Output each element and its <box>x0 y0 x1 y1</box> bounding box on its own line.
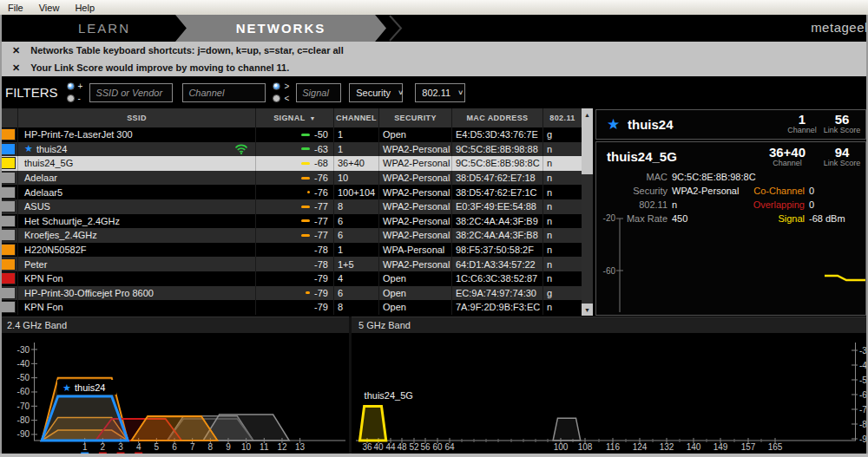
channel-filter-input[interactable] <box>182 83 266 102</box>
channel-label: Channel <box>763 159 812 167</box>
column-security[interactable]: SECURITY <box>379 108 452 127</box>
mac-cell: E4:D5:3D:43:76:7E <box>452 127 543 142</box>
column-signal[interactable]: SIGNAL▼ <box>256 108 334 127</box>
link-score-value: 56 <box>820 114 864 126</box>
scroll-up-button[interactable]: ▲ <box>582 108 593 121</box>
standard-cell: n <box>543 271 582 286</box>
signal-cell: -76 <box>256 185 334 199</box>
table-row[interactable]: ★thuis24-631WPA2-Personal9C:5C:8E:8B:98:… <box>0 142 582 157</box>
y-tick-label: -80 <box>17 415 30 425</box>
link-score-label: Link Score <box>820 159 864 167</box>
scroll-down-button[interactable]: ▼ <box>582 304 593 316</box>
channel-label: 165 <box>768 442 783 452</box>
signal-value: -79 <box>314 273 328 284</box>
y-tick-label: -90 <box>17 429 30 439</box>
standard-cell: n <box>543 257 582 271</box>
close-icon[interactable]: ✕ <box>12 62 20 74</box>
table-header: SSID SIGNAL▼ CHANNEL SECURITY MAC ADDRES… <box>0 108 582 127</box>
signal-cell: -79 <box>256 271 334 286</box>
table-row[interactable]: thuis24_5G-6836+40WPA2-Personal9C:5C:8E:… <box>0 156 582 171</box>
metageek-logo: metageek <box>811 20 868 35</box>
ssid-label: Het Schuurtje_2.4GHz <box>24 216 120 226</box>
channel-value: 1 <box>784 114 820 126</box>
channel-cell: 1 <box>334 243 379 258</box>
gt-lt-radios: > < <box>273 82 289 103</box>
ssid-cell: Adelaar5 <box>18 185 256 199</box>
selected-network-name: thuis24_5G <box>607 149 677 164</box>
table-row[interactable]: Kroefjes_2.4GHz-776WPA2-Personal38:2C:4A… <box>0 228 582 243</box>
channel-label: 64 <box>444 442 455 452</box>
menu-item-help[interactable]: Help <box>67 3 102 13</box>
table-row[interactable]: Adelaar5-76100+104WPA2-Personal38:D5:47:… <box>0 185 582 199</box>
networks-table: HP-Print-7e-LaserJet 300-501OpenE4:D5:3D… <box>0 127 582 315</box>
table-row[interactable]: HP-Print-7e-LaserJet 300-501OpenE4:D5:3D… <box>0 127 582 142</box>
network-color-swatch <box>0 257 18 271</box>
signal-trend-dash <box>301 219 310 222</box>
table-row[interactable]: Adelaar-7610WPA2-Personal38:D5:47:62:E7:… <box>0 171 582 186</box>
radio-include[interactable] <box>67 82 75 90</box>
network-curve <box>360 407 386 441</box>
channel-label: 100 <box>554 442 569 452</box>
column-80211[interactable]: 802.11 <box>543 108 582 127</box>
table-row[interactable]: Peter-781+5WPA2-Personal64:D1:A3:34:57:2… <box>0 257 582 271</box>
link-score-label: Link Score <box>820 126 864 134</box>
signal-cell: -79 <box>256 286 334 301</box>
table-row[interactable]: KPN Fon-798Open7A:9F:2D:9B:F3:ECn <box>0 300 582 315</box>
table-row[interactable]: KPN Fon-794Open1C:C6:3C:38:52:87n <box>0 271 582 286</box>
network-color-swatch <box>0 214 18 229</box>
channel-label: 8 <box>208 442 214 452</box>
network-label: thuis24 <box>75 382 105 393</box>
radio-less-than[interactable] <box>273 95 280 102</box>
standard-filter-select[interactable]: 802.11 ∨ <box>415 83 465 102</box>
channel-cell: 10 <box>334 171 379 186</box>
tab-networks[interactable]: NETWORKS <box>175 15 386 42</box>
menu-item-view[interactable]: View <box>31 3 68 13</box>
scrollbar-thumb[interactable] <box>582 121 593 174</box>
channel-cell: 36+40 <box>334 156 379 171</box>
mac-cell: 64:D1:A3:34:57:22 <box>452 257 543 271</box>
y-tick-label: -30 <box>17 345 30 355</box>
channel-label: 6 <box>172 442 177 452</box>
starred-linkscore-stat: 56 Link Score <box>820 114 864 134</box>
ssid-filter-input[interactable] <box>89 83 173 102</box>
mac-cell: 9C:5C:8E:8B:98:8C <box>452 156 543 171</box>
menu-bar: File View Help <box>0 0 868 15</box>
standard-cell: n <box>543 243 582 258</box>
signal-trend-dash <box>301 147 310 150</box>
radio-greater-than[interactable] <box>273 82 280 90</box>
ssid-cell: HP-Print-30-Officejet Pro 8600 <box>18 286 256 301</box>
ssid-label: Adelaar <box>24 173 57 183</box>
column-label: CHANNEL <box>336 114 377 122</box>
signal-cell: -63 <box>256 142 334 157</box>
radio-exclude[interactable] <box>67 95 75 102</box>
radio-lt-label: < <box>284 94 289 103</box>
network-color-swatch <box>0 199 18 214</box>
close-icon[interactable]: ✕ <box>12 45 20 56</box>
standard-cell: n <box>543 300 582 315</box>
mac-cell: E0:3F:49:EE:54:88 <box>452 199 543 214</box>
security-filter-select[interactable]: Security ∨ <box>349 83 403 102</box>
menu-item-file[interactable]: File <box>0 3 31 13</box>
ssid-label: KPN Fon <box>24 302 63 312</box>
channel-cell: 6 <box>334 228 379 243</box>
channel-label: 10 <box>241 442 252 452</box>
network-color-swatch <box>0 171 18 186</box>
table-row[interactable]: HP-Print-30-Officejet Pro 8600-796OpenEC… <box>0 286 582 301</box>
table-row[interactable]: ASUS-778WPA2-PersonalE0:3F:49:EE:54:88n <box>0 199 582 214</box>
signal-filter-input[interactable] <box>296 83 341 102</box>
tab-learn[interactable]: LEARN <box>35 15 174 42</box>
ssid-label: HP-Print-30-Officejet Pro 8600 <box>24 288 154 298</box>
security-cell: Open <box>379 271 452 286</box>
table-row[interactable]: Het Schuurtje_2.4GHz-776WPA2-Personal38:… <box>0 214 582 229</box>
column-channel[interactable]: CHANNEL <box>334 108 379 127</box>
star-icon[interactable]: ★ <box>607 115 620 134</box>
column-mac[interactable]: MAC ADDRESS <box>452 108 543 127</box>
table-row[interactable]: H220N50582F-781WPA-Personal98:F5:37:50:5… <box>0 243 582 258</box>
ssid-cell: Peter <box>18 257 256 271</box>
signal-value: -50 <box>314 129 328 140</box>
signal-cell: -77 <box>256 199 334 214</box>
signal-cell: -77 <box>256 214 334 229</box>
column-ssid[interactable]: SSID <box>18 108 256 127</box>
radio-exclude-label: - <box>78 94 81 103</box>
security-cell: WPA2-Personal <box>379 156 452 171</box>
